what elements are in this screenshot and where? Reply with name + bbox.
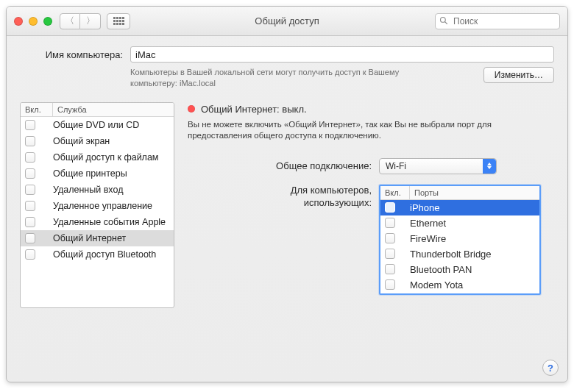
svg-point-0	[441, 17, 446, 22]
computer-name-row: Имя компьютера:	[20, 46, 554, 63]
service-row[interactable]: Удаленное управление	[21, 198, 174, 214]
port-checkbox[interactable]	[385, 233, 395, 243]
port-label: Modem Yota	[410, 279, 463, 291]
service-row[interactable]: Общий экран	[21, 133, 174, 149]
computer-name-field[interactable]	[130, 46, 554, 63]
service-label: Общий доступ Bluetooth	[53, 249, 156, 260]
service-label: Общий Интернет	[53, 233, 126, 243]
show-all-button[interactable]	[107, 13, 130, 29]
service-checkbox[interactable]	[25, 249, 35, 260]
service-row[interactable]: Удаленный вход	[21, 182, 174, 198]
status-title: Общий Интернет: выкл.	[201, 104, 307, 115]
service-row[interactable]: Общий доступ к файлам	[21, 149, 174, 165]
window-controls	[14, 17, 52, 26]
computer-name-subrow: Компьютеры в Вашей локальной сети могут …	[20, 67, 554, 89]
service-checkbox[interactable]	[25, 152, 35, 163]
ports-col-on: Вкл.	[380, 186, 410, 199]
ports-header: Вкл. Порты	[380, 186, 539, 200]
status-message: Вы не можете включить «Общий Интернет», …	[188, 119, 526, 142]
port-label: Ethernet	[410, 218, 446, 229]
grid-icon	[113, 17, 124, 25]
search-icon	[439, 16, 448, 27]
service-row[interactable]: Общие DVD или CD	[21, 117, 174, 133]
nav-back-forward: 〈 〉	[60, 13, 101, 29]
search-input[interactable]	[435, 13, 560, 29]
minimize-icon[interactable]	[29, 17, 38, 26]
share-from-row: Общее подключение: Wi-Fi	[188, 158, 554, 174]
help-button[interactable]: ?	[542, 360, 559, 376]
port-row[interactable]: Modem Yota	[380, 277, 539, 293]
svg-line-1	[445, 21, 447, 24]
service-label: Удаленный вход	[53, 185, 123, 195]
port-label: FireWire	[410, 233, 446, 244]
computer-name-label: Имя компьютера:	[20, 49, 123, 60]
port-row[interactable]: Thunderbolt Bridge	[380, 246, 539, 262]
status-line: Общий Интернет: выкл.	[188, 104, 554, 115]
port-checkbox[interactable]	[385, 264, 395, 274]
service-checkbox[interactable]	[25, 168, 35, 179]
port-checkbox[interactable]	[385, 218, 395, 228]
service-row[interactable]: Общий доступ Bluetooth	[21, 246, 174, 263]
services-col-name: Служба	[53, 103, 174, 116]
services-list[interactable]: Вкл. Служба Общие DVD или CDОбщий экранО…	[20, 102, 174, 308]
service-checkbox[interactable]	[25, 185, 35, 195]
ports-col-name: Порты	[410, 186, 539, 199]
service-checkbox[interactable]	[25, 233, 35, 243]
port-row[interactable]: Ethernet	[380, 215, 539, 231]
ports-label: Для компьютеров, использующих:	[188, 185, 372, 210]
back-button[interactable]: 〈	[60, 13, 80, 29]
preferences-window: 〈 〉 Общий доступ Имя компьютера: Компьют…	[6, 6, 568, 382]
port-checkbox[interactable]	[385, 202, 395, 213]
service-row[interactable]: Общий Интернет	[21, 230, 174, 246]
service-checkbox[interactable]	[25, 136, 35, 146]
port-label: Bluetooth PAN	[410, 264, 472, 275]
close-icon[interactable]	[14, 17, 23, 26]
service-row[interactable]: Удаленные события Apple	[21, 214, 174, 230]
share-from-label: Общее подключение:	[188, 160, 372, 171]
share-from-value: Wi-Fi	[386, 161, 406, 171]
ports-list[interactable]: Вкл. Порты iPhoneEthernetFireWireThunder…	[379, 185, 541, 295]
detail-pane: Общий Интернет: выкл. Вы не можете включ…	[188, 102, 554, 338]
edit-button[interactable]: Изменить…	[483, 67, 554, 83]
content-area: Имя компьютера: Компьютеры в Вашей локал…	[7, 36, 567, 382]
port-row[interactable]: Bluetooth PAN	[380, 262, 539, 277]
search-wrap	[435, 13, 560, 29]
services-col-on: Вкл.	[21, 103, 53, 116]
service-label: Общий доступ к файлам	[53, 152, 158, 163]
service-label: Общий экран	[53, 136, 110, 146]
service-checkbox[interactable]	[25, 201, 35, 211]
chevron-right-icon: 〉	[86, 15, 95, 27]
service-checkbox[interactable]	[25, 120, 35, 130]
zoom-icon[interactable]	[43, 17, 52, 26]
service-row[interactable]: Общие принтеры	[21, 165, 174, 182]
ports-row: Для компьютеров, использующих: Вкл. Порт…	[188, 185, 554, 295]
service-label: Удаленные события Apple	[53, 217, 166, 227]
services-header: Вкл. Служба	[21, 103, 174, 117]
share-from-select[interactable]: Wi-Fi	[379, 158, 497, 174]
titlebar: 〈 〉 Общий доступ	[7, 7, 567, 36]
port-label: iPhone	[410, 202, 439, 213]
service-label: Общие DVD или CD	[53, 120, 139, 130]
main-area: Вкл. Служба Общие DVD или CDОбщий экранО…	[20, 102, 554, 338]
port-row[interactable]: FireWire	[380, 231, 539, 246]
port-row[interactable]: iPhone	[380, 200, 539, 215]
port-checkbox[interactable]	[385, 249, 395, 259]
chevron-left-icon: 〈	[65, 15, 74, 27]
service-checkbox[interactable]	[25, 217, 35, 227]
select-arrows-icon	[483, 159, 496, 174]
status-dot-icon	[188, 105, 195, 113]
service-label: Общие принтеры	[53, 168, 127, 179]
port-label: Thunderbolt Bridge	[410, 249, 492, 260]
computer-name-hint: Компьютеры в Вашей локальной сети могут …	[130, 67, 439, 89]
forward-button[interactable]: 〉	[80, 13, 101, 29]
service-label: Удаленное управление	[53, 201, 152, 211]
port-checkbox[interactable]	[385, 279, 395, 290]
